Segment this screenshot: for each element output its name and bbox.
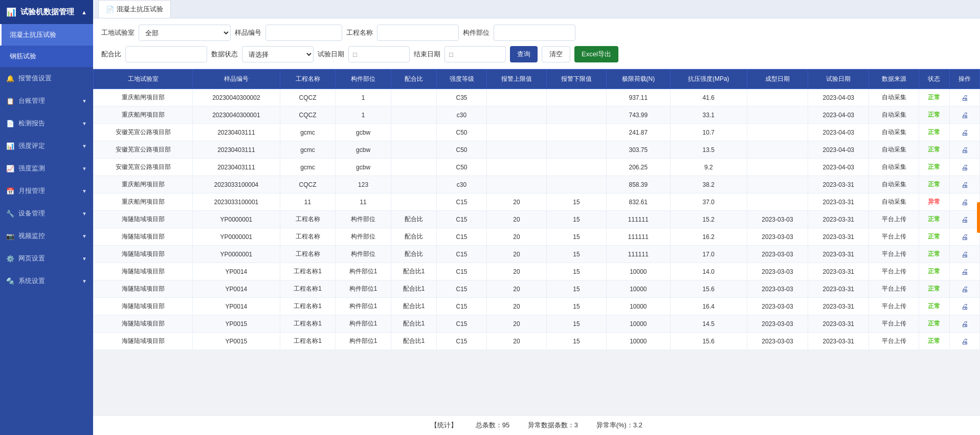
sidebar-item-report[interactable]: 📄 检测报告 ▼ [0,112,93,135]
cell-component: 构件部位1 [336,263,391,280]
cell-project: 工程名称1 [280,280,336,298]
table-body: 重庆船闸项目部 20230040300002 CQCZ 1 C35 937.11… [94,89,980,350]
cell-component: gcbw [336,159,391,176]
input-sample-no[interactable] [265,25,342,41]
cell-comp-strength: 15.2 [670,211,747,228]
system-icon: 🔩 [6,277,14,285]
tab-concrete[interactable]: 📄 混凝土抗压试验 [98,0,171,18]
sidebar-item-monthly[interactable]: 📅 月报管理 ▼ [0,180,93,202]
cell-mix-ratio: 配合比1 [391,298,436,315]
cell-action[interactable]: 🖨 [949,106,979,124]
cell-component: 1 [336,106,391,124]
export-button[interactable]: Excel导出 [574,46,618,62]
table-row: 安徽芜宣公路项目部 20230403111 gcmc gcbw C50 241.… [94,124,980,141]
status-badge: 正常 [928,302,940,310]
sidebar-item-concrete[interactable]: 混凝土抗压试验 [0,24,93,46]
clear-button[interactable]: 清空 [542,46,570,62]
action-icon[interactable]: 🖨 [961,146,968,154]
cell-action[interactable]: 🖨 [949,246,979,263]
cell-alarm-lower [547,176,607,193]
cell-component: gcbw [336,124,391,141]
sidebar-item-equipment[interactable]: 🔧 设备管理 ▼ [0,202,93,225]
cell-comp-strength: 13.5 [670,141,747,159]
input-end-date[interactable] [444,46,506,62]
action-icon[interactable]: 🖨 [961,250,968,258]
input-mix-ratio[interactable] [125,46,207,62]
sidebar-item-system[interactable]: 🔩 系统设置 ▼ [0,270,93,292]
action-icon[interactable]: 🖨 [961,128,968,137]
cell-action[interactable]: 🖨 [949,193,979,211]
input-project-name[interactable] [377,25,459,41]
cell-action[interactable]: 🖨 [949,124,979,141]
cell-strength-grade: C15 [437,315,487,333]
cell-comp-strength: 37.0 [670,193,747,211]
action-icon[interactable]: 🖨 [961,320,968,328]
action-icon[interactable]: 🖨 [961,94,968,102]
video-icon: 📷 [6,232,14,240]
input-component[interactable] [494,25,575,41]
webpage-arrow: ▼ [82,256,87,262]
cell-action[interactable]: 🖨 [949,159,979,176]
sidebar-item-webpage[interactable]: ⚙️ 网页设置 ▼ [0,247,93,270]
cell-action[interactable]: 🖨 [949,298,979,315]
action-icon[interactable]: 🖨 [961,198,968,206]
cell-action[interactable]: 🖨 [949,176,979,193]
cell-action[interactable]: 🖨 [949,211,979,228]
main-content: 📄 混凝土抗压试验 工地试验室 全部 样品编号 工程名称 构件部位 配合比 数据… [93,0,980,435]
action-icon[interactable]: 🖨 [961,181,968,189]
cell-action[interactable]: 🖨 [949,228,979,246]
sidebar-item-rebar[interactable]: 钢筋试验 [0,46,93,67]
cell-comp-strength: 38.2 [670,176,747,193]
cell-comp-strength: 16.2 [670,228,747,246]
cell-comp-strength: 41.6 [670,89,747,106]
action-icon[interactable]: 🖨 [961,268,968,276]
col-project: 工程名称 [280,70,336,89]
cell-alarm-lower [547,159,607,176]
label-component: 构件部位 [463,28,489,37]
input-test-date[interactable] [348,46,410,62]
cell-sample-no: 2023033100001 [193,193,280,211]
action-icon[interactable]: 🖨 [961,285,968,293]
cell-action[interactable]: 🖨 [949,280,979,298]
cell-alarm-upper [486,89,546,106]
sidebar-item-video[interactable]: 📷 视频监控 ▼ [0,225,93,247]
cell-sample-no: 2023033100004 [193,176,280,193]
cell-max-load: 111111 [607,211,671,228]
cell-action[interactable]: 🖨 [949,89,979,106]
cell-worksite: 海隧陆域项目部 [94,280,193,298]
action-icon[interactable]: 🖨 [961,233,968,241]
cell-status: 正常 [919,228,949,246]
sidebar-item-ledger[interactable]: 📋 台账管理 ▼ [0,90,93,112]
col-status: 状态 [919,70,949,89]
cell-alarm-lower: 15 [547,263,607,280]
query-button[interactable]: 查询 [510,46,538,62]
cell-form-date [747,159,808,176]
cell-alarm-upper [486,106,546,124]
sidebar-item-alarm[interactable]: 🔔 报警值设置 [0,67,93,90]
sidebar-header[interactable]: 📊 试验机数据管理 ▲ [0,0,93,24]
select-data-status[interactable]: 请选择 [242,46,314,62]
action-icon[interactable]: 🖨 [961,163,968,171]
cell-alarm-upper: 20 [486,263,546,280]
ledger-arrow: ▼ [82,98,87,104]
col-max-load: 极限荷载(N) [607,70,671,89]
cell-action[interactable]: 🖨 [949,315,979,333]
cell-form-date: 2023-03-03 [747,280,808,298]
footer-prefix: 【统计】 [431,421,457,429]
select-worksite[interactable]: 全部 [139,25,231,41]
sidebar: 📊 试验机数据管理 ▲ 混凝土抗压试验 钢筋试验 🔔 报警值设置 📋 台账管理 … [0,0,93,435]
cell-data-source: 平台上传 [869,211,919,228]
status-badge: 正常 [928,163,940,170]
action-icon[interactable]: 🖨 [961,111,968,119]
sidebar-item-strength-monitor[interactable]: 📈 强度监测 ▼ [0,157,93,180]
action-icon[interactable]: 🖨 [961,215,968,224]
action-icon[interactable]: 🖨 [961,337,968,345]
action-icon[interactable]: 🖨 [961,302,968,311]
cell-action[interactable]: 🖨 [949,141,979,159]
table-row: 海隧陆域项目部 YP0014 工程名称1 构件部位1 配合比1 C15 20 1… [94,298,980,315]
label-mix-ratio: 配合比 [101,50,121,59]
cell-sample-no: YP0000001 [193,228,280,246]
sidebar-item-strength-eval[interactable]: 📊 强度评定 ▼ [0,135,93,157]
cell-action[interactable]: 🖨 [949,333,979,350]
cell-action[interactable]: 🖨 [949,263,979,280]
